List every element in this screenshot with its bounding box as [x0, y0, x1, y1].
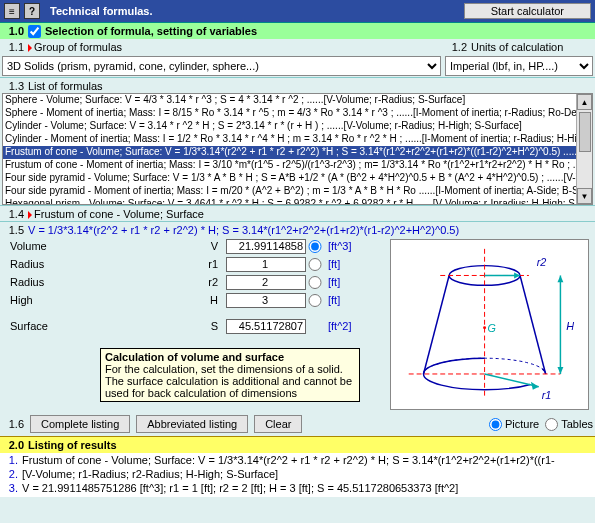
param-symbol: V	[84, 240, 224, 252]
scroll-thumb[interactable]	[579, 112, 591, 152]
svg-line-2	[424, 275, 450, 374]
param-radio-H[interactable]	[308, 294, 322, 307]
section-2-0-label: Listing of results	[28, 439, 117, 451]
result-row: 3.V = 21.9911485751286 [ft^3]; r1 = 1 [f…	[2, 482, 593, 496]
help-icon[interactable]: ?	[24, 3, 40, 19]
param-label: Volume	[2, 240, 82, 252]
svg-line-9	[485, 374, 539, 387]
formula-row[interactable]: Cylinder - Moment of inertia; Mass: I = …	[3, 133, 592, 146]
param-symbol: H	[84, 294, 224, 306]
row-1-4: 1.4 Frustum of cone - Volume; Surface	[0, 205, 595, 221]
formula-row[interactable]: Four side pyramid - Moment of inertia; M…	[3, 185, 592, 198]
svg-text:H: H	[566, 320, 574, 332]
row-1-3: 1.3 List of formulas	[0, 77, 595, 93]
scroll-up-icon[interactable]: ▲	[577, 94, 592, 110]
row-1-5: 1.5 V = 1/3*3.14*(r2^2 + r1 * r2 + r2^2)…	[0, 221, 595, 237]
picture-radio-label[interactable]: Picture	[489, 418, 539, 431]
formula-row[interactable]: Sphere - Volume; Surface: V = 4/3 * 3.14…	[3, 94, 592, 107]
param-unit: [ft^2]	[324, 320, 370, 332]
tables-radio[interactable]	[545, 418, 558, 431]
units-select[interactable]: Imperial (lbf, in, HP....)	[445, 56, 593, 76]
section-num: 1.3	[2, 80, 24, 92]
label-group: Group of formulas	[28, 41, 122, 53]
svg-marker-12	[557, 275, 563, 282]
param-input-r2[interactable]	[226, 275, 306, 290]
param-row: Radius r2 [ft]	[0, 273, 390, 291]
svg-text:r2: r2	[537, 256, 547, 268]
param-row: High H [ft]	[0, 291, 390, 309]
param-symbol: r1	[84, 258, 224, 270]
section-num: 1.2	[445, 41, 467, 53]
section-1-0-label: Selection of formula, setting of variabl…	[45, 25, 257, 37]
formula-row[interactable]: Frustum of cone - Moment of inertia; Mas…	[3, 159, 592, 172]
button-row-1-6: 1.6 Complete listing Abbreviated listing…	[0, 412, 595, 436]
frustum-diagram: r2 r1 H G	[391, 240, 588, 409]
diagram-panel: r2 r1 H G	[390, 239, 589, 410]
param-input-V[interactable]	[226, 239, 306, 254]
clear-button[interactable]: Clear	[254, 415, 302, 433]
results-list: 1.Frustum of cone - Volume; Surface: V =…	[0, 453, 595, 497]
svg-text:G: G	[488, 322, 496, 334]
formula-row[interactable]: Hexagonal prism - Volume; Surface: V = 3…	[3, 198, 592, 205]
section-1-0: 1.0 Selection of formula, setting of var…	[0, 22, 595, 39]
group-select[interactable]: 3D Solids (prism, pyramid, cone, cylinde…	[2, 56, 441, 76]
param-symbol: r2	[84, 276, 224, 288]
scroll-down-icon[interactable]: ▼	[577, 188, 592, 204]
svg-point-18	[483, 326, 486, 329]
start-calculator-button[interactable]: Start calculator	[464, 3, 591, 19]
param-label: Radius	[2, 258, 82, 270]
tooltip-title: Calculation of volume and surface	[105, 351, 284, 363]
param-radio-r1[interactable]	[308, 258, 322, 271]
param-radio-r2[interactable]	[308, 276, 322, 289]
formula-row[interactable]: Sphere - Moment of inertia; Mass: I = 8/…	[3, 107, 592, 120]
scrollbar[interactable]: ▲ ▼	[576, 94, 592, 204]
section-num: 1.5	[2, 224, 24, 236]
complete-listing-button[interactable]: Complete listing	[30, 415, 130, 433]
param-symbol: S	[84, 320, 224, 332]
label-formula-name: Frustum of cone - Volume; Surface	[28, 208, 204, 220]
param-row: Radius r1 [ft]	[0, 255, 390, 273]
section-num: 1.1	[2, 41, 24, 53]
section-num: 1.4	[2, 208, 24, 220]
app-icon[interactable]: ≡	[4, 3, 20, 19]
formula-row-selected[interactable]: Frustum of cone - Volume; Surface: V = 1…	[3, 146, 592, 159]
param-radio-V[interactable]	[308, 240, 322, 253]
combo-row: 3D Solids (prism, pyramid, cone, cylinde…	[0, 55, 595, 77]
section-num: 2.0	[2, 439, 24, 451]
param-unit: [ft^3]	[324, 240, 370, 252]
picture-radio[interactable]	[489, 418, 502, 431]
abbreviated-listing-button[interactable]: Abbreviated listing	[136, 415, 248, 433]
tooltip: Calculation of volume and surface For th…	[100, 348, 360, 402]
section-num: 1.0	[2, 25, 24, 37]
param-unit: [ft]	[324, 276, 370, 288]
svg-text:r1: r1	[542, 389, 552, 401]
label-units: Units of calculation	[471, 41, 563, 53]
formula-row[interactable]: Cylinder - Volume; Surface: V = 3.14 * r…	[3, 120, 592, 133]
param-row-surface: Surface S [ft^2]	[0, 317, 390, 335]
svg-line-3	[520, 275, 546, 374]
param-label: Radius	[2, 276, 82, 288]
param-unit: [ft]	[324, 258, 370, 270]
param-input-r1[interactable]	[226, 257, 306, 272]
param-label: Surface	[2, 320, 82, 332]
section-1-0-checkbox[interactable]	[28, 25, 41, 38]
label-formula-expr: V = 1/3*3.14*(r2^2 + r1 * r2 + r2^2) * H…	[28, 224, 459, 236]
param-label: High	[2, 294, 82, 306]
titlebar: ≡ ? Technical formulas. Start calculator	[0, 0, 595, 22]
result-row: 2.[V-Volume; r1-Radius; r2-Radius; H-Hig…	[2, 468, 593, 482]
tables-radio-label[interactable]: Tables	[545, 418, 593, 431]
window-title: Technical formulas.	[50, 5, 460, 17]
formula-list[interactable]: Sphere - Volume; Surface: V = 4/3 * 3.14…	[2, 93, 593, 205]
param-row: Volume V [ft^3]	[0, 237, 390, 255]
param-unit: [ft]	[324, 294, 370, 306]
formula-row[interactable]: Four side pyramid - Volume; Surface: V =…	[3, 172, 592, 185]
tooltip-body: For the calculation, set the dimensions …	[105, 363, 352, 399]
result-row: 1.Frustum of cone - Volume; Surface: V =…	[2, 454, 593, 468]
label-list: List of formulas	[28, 80, 103, 92]
section-num: 1.6	[2, 418, 24, 430]
param-output-S	[226, 319, 306, 334]
param-input-H[interactable]	[226, 293, 306, 308]
section-2-0: 2.0 Listing of results	[0, 436, 595, 453]
row-1-1-1-2: 1.1 Group of formulas 1.2 Units of calcu…	[0, 39, 595, 55]
svg-marker-13	[557, 367, 563, 374]
